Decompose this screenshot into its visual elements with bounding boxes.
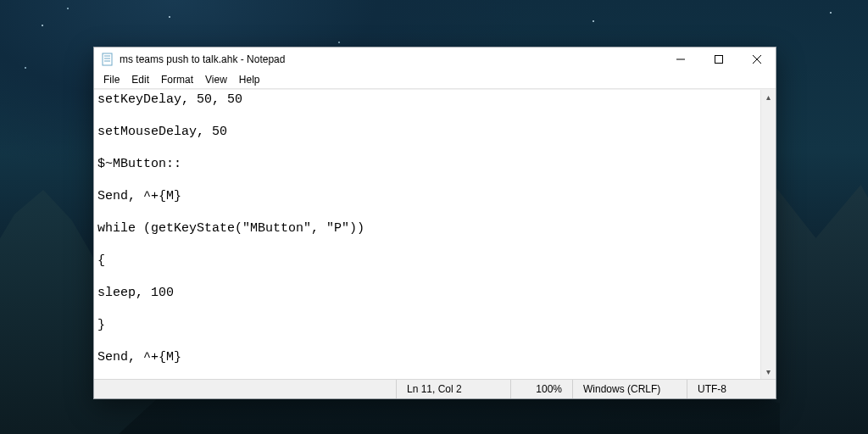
window-title: ms teams push to talk.ahk - Notepad (120, 53, 661, 65)
status-encoding: UTF-8 (687, 380, 776, 398)
editor-area: setKeyDelay, 50, 50 setMouseDelay, 50 $~… (94, 89, 776, 379)
menu-format[interactable]: Format (155, 73, 199, 86)
menu-help[interactable]: Help (233, 73, 266, 86)
menubar: File Edit Format View Help (94, 71, 776, 89)
notepad-app-icon (101, 53, 114, 66)
vertical-scrollbar[interactable]: ▴ ▾ (760, 90, 776, 379)
minimize-button[interactable] (661, 47, 699, 71)
titlebar[interactable]: ms teams push to talk.ahk - Notepad (94, 47, 776, 71)
status-zoom: 100% (510, 380, 572, 398)
minimize-icon (676, 55, 685, 64)
maximize-button[interactable] (699, 47, 737, 71)
statusbar: Ln 11, Col 2 100% Windows (CRLF) UTF-8 (94, 379, 776, 398)
scroll-down-arrow-icon[interactable]: ▾ (761, 364, 776, 379)
text-editor[interactable]: setKeyDelay, 50, 50 setMouseDelay, 50 $~… (94, 90, 760, 379)
status-line-ending: Windows (CRLF) (572, 380, 687, 398)
maximize-icon (715, 55, 723, 64)
menu-file[interactable]: File (97, 73, 125, 86)
notepad-window: ms teams push to talk.ahk - Notepad File… (93, 47, 776, 399)
menu-view[interactable]: View (199, 73, 233, 86)
menu-edit[interactable]: Edit (125, 73, 155, 86)
status-spacer (94, 380, 396, 398)
svg-rect-5 (715, 56, 722, 64)
status-cursor-position: Ln 11, Col 2 (396, 380, 510, 398)
svg-rect-0 (103, 53, 112, 65)
window-controls (661, 47, 776, 71)
close-icon (753, 55, 761, 64)
scroll-up-arrow-icon[interactable]: ▴ (761, 90, 776, 104)
desktop-background: ms teams push to talk.ahk - Notepad File… (0, 0, 868, 434)
close-button[interactable] (737, 47, 776, 71)
